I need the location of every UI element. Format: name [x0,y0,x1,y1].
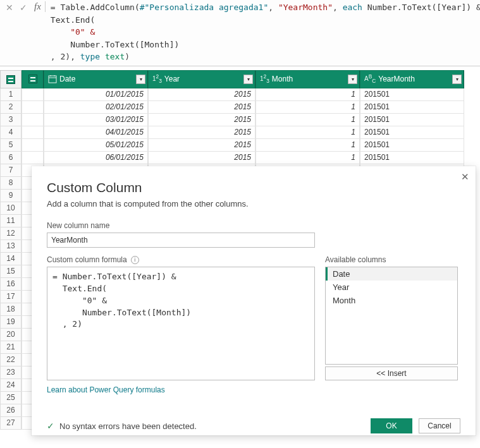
info-icon[interactable]: i [131,256,139,264]
t: "YearMonth" [278,3,333,12]
column-header-year[interactable]: 123 Year ▾ [148,70,255,88]
row-number[interactable]: 25 [0,392,22,404]
cell-date[interactable]: 02/01/2015 [44,101,148,114]
cancel-edit-icon[interactable]: ✕ [5,3,14,13]
cell-month[interactable]: 1 [255,152,360,164]
row-select[interactable] [22,126,44,139]
cell-year[interactable]: 2015 [148,88,255,101]
available-columns-list[interactable]: DateYearMonth [325,267,458,365]
select-all-header[interactable] [22,70,44,88]
row-number[interactable]: 4 [0,126,22,139]
insert-button[interactable]: << Insert [325,366,458,380]
available-column-item[interactable]: Month [326,294,457,307]
cancel-button[interactable]: Cancel [419,418,460,433]
cell-month[interactable]: 1 [255,101,360,114]
filter-dropdown-icon[interactable]: ▾ [243,75,253,84]
row-number[interactable]: 13 [0,240,22,253]
filter-dropdown-icon[interactable]: ▾ [348,75,357,84]
fx-icon[interactable]: fx [33,1,46,12]
learn-link[interactable]: Learn about Power Query formulas [47,385,165,394]
row-select[interactable] [22,101,44,114]
row-number[interactable]: 7 [0,164,22,177]
row-number[interactable]: 19 [0,316,22,329]
row-number[interactable]: 10 [0,202,22,215]
cell-yearmonth[interactable]: 201501 [360,101,464,114]
table-row[interactable]: 04/01/201520151201501 [22,126,480,139]
cell-year[interactable]: 2015 [148,126,255,139]
confirm-edit-icon[interactable]: ✓ [19,3,28,13]
row-number[interactable]: 17 [0,291,22,303]
filter-dropdown-icon[interactable]: ▾ [452,75,462,84]
cell-year[interactable]: 2015 [148,101,255,114]
row-number[interactable]: 2 [0,101,22,114]
t: , [268,3,278,12]
row-select[interactable] [22,152,44,164]
cell-year[interactable]: 2015 [148,114,255,126]
status-text: No syntax errors have been detected. [59,421,197,431]
new-column-name-input[interactable] [47,233,315,248]
row-number[interactable]: 24 [0,379,22,392]
row-select[interactable] [22,88,44,101]
ok-button[interactable]: OK [371,418,412,433]
cell-month[interactable]: 1 [255,88,360,101]
available-column-item[interactable]: Date [326,267,457,281]
table-row[interactable]: 06/01/201520151201501 [22,152,480,164]
table-row[interactable]: 01/01/201520151201501 [22,88,480,101]
column-header-yearmonth[interactable]: ABC YearMonth ▾ [360,70,464,88]
row-number[interactable]: 14 [0,253,22,265]
row-number[interactable]: 15 [0,265,22,278]
row-number[interactable]: 20 [0,329,22,341]
row-number[interactable]: 27 [0,417,22,430]
row-number[interactable]: 9 [0,190,22,202]
cell-yearmonth[interactable]: 201501 [360,88,464,101]
row-number[interactable]: 16 [0,278,22,291]
table-row[interactable]: 03/01/201520151201501 [22,114,480,126]
row-number[interactable]: 22 [0,354,22,366]
row-number[interactable]: 3 [0,114,22,126]
cell-year[interactable]: 2015 [148,152,255,164]
cell-date[interactable]: 06/01/2015 [44,152,148,164]
cell-date[interactable]: 05/01/2015 [44,139,148,152]
t: Table.AddColumn( [60,3,139,12]
column-header-date[interactable]: Date ▾ [44,70,148,88]
row-number[interactable]: 1 [0,88,22,101]
formula-bar-buttons: ✕ ✓ [3,1,33,13]
cell-month[interactable]: 1 [255,126,360,139]
number-type-icon: 123 [152,73,162,84]
t: , [333,3,343,12]
t: , [51,52,61,61]
row-number[interactable]: 6 [0,152,22,164]
formula-code[interactable]: = Table.AddColumn(#"Personalizada agrega… [51,1,480,63]
row-number[interactable]: 8 [0,177,22,190]
row-number[interactable]: 5 [0,139,22,152]
cell-date[interactable]: 04/01/2015 [44,126,148,139]
cell-month[interactable]: 1 [255,139,360,152]
cell-yearmonth[interactable]: 201501 [360,139,464,152]
available-column-item[interactable]: Year [326,281,457,294]
row-number[interactable]: 23 [0,366,22,379]
calendar-icon [48,75,57,83]
table-row[interactable]: 05/01/201520151201501 [22,139,480,152]
row-select[interactable] [22,139,44,152]
cell-date[interactable]: 01/01/2015 [44,88,148,101]
row-number[interactable]: 26 [0,404,22,417]
cell-yearmonth[interactable]: 201501 [360,126,464,139]
cell-yearmonth[interactable]: 201501 [360,152,464,164]
close-icon[interactable]: ✕ [461,171,469,183]
table-row[interactable]: 02/01/201520151201501 [22,101,480,114]
formula-editor[interactable]: = Number.ToText([Year]) & Text.End( "0" … [47,267,315,380]
column-header-month[interactable]: 123 Month ▾ [255,70,360,88]
cell-yearmonth[interactable]: 201501 [360,114,464,126]
row-number[interactable]: 21 [0,341,22,354]
row-select[interactable] [22,114,44,126]
cell-month[interactable]: 1 [255,114,360,126]
row-number[interactable]: 12 [0,227,22,240]
row-number[interactable]: 18 [0,303,22,316]
t: Number.ToText([Month]) [51,40,180,49]
row-corner[interactable] [0,70,22,88]
row-number[interactable]: 11 [0,215,22,227]
dialog-title: Custom Column [47,180,460,195]
filter-dropdown-icon[interactable]: ▾ [136,75,145,84]
cell-date[interactable]: 03/01/2015 [44,114,148,126]
cell-year[interactable]: 2015 [148,139,255,152]
